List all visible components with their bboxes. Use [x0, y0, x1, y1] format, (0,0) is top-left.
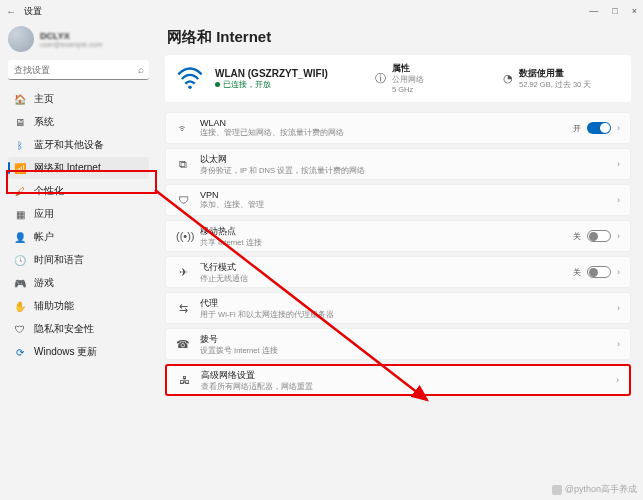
row-icon: ⧉ [176, 158, 190, 171]
user-name: DCLYX [40, 31, 102, 41]
row-title: 高级网络设置 [201, 369, 616, 382]
nav-label: 网络和 Internet [34, 161, 101, 175]
minimize-button[interactable]: — [589, 6, 598, 16]
nav-icon: ⟳ [14, 347, 26, 358]
chevron-right-icon: › [617, 195, 620, 205]
chevron-right-icon: › [617, 159, 620, 169]
wifi-large-icon [175, 64, 205, 94]
properties-sub: 公用网络 5 GHz [392, 75, 424, 94]
toggle-switch[interactable] [587, 122, 611, 134]
sidebar-item-11[interactable]: ⟳Windows 更新 [8, 341, 149, 363]
nav-list: 🏠主页🖥系统ᛒ蓝牙和其他设备📶网络和 Internet🖌个性化▦应用👤帐户🕓时间… [8, 88, 149, 363]
nav-icon: 👤 [14, 232, 26, 243]
row-title: WLAN [200, 118, 573, 128]
chevron-right-icon: › [617, 339, 620, 349]
maximize-button[interactable]: □ [612, 6, 617, 16]
properties-title: 属性 [392, 63, 424, 75]
nav-label: 游戏 [34, 276, 54, 290]
toggle-label: 关 [573, 267, 581, 278]
sidebar-item-6[interactable]: 👤帐户 [8, 226, 149, 248]
row-icon: ᯤ [176, 122, 190, 134]
back-button[interactable]: ← [6, 6, 16, 17]
nav-icon: 🛡 [14, 324, 26, 335]
sidebar-item-2[interactable]: ᛒ蓝牙和其他设备 [8, 134, 149, 156]
setting-row-1[interactable]: ⧉以太网身份验证，IP 和 DNS 设置，按流量计费的网络› [165, 148, 631, 180]
row-icon: ✈ [176, 266, 190, 279]
nav-label: 应用 [34, 207, 54, 221]
nav-label: 主页 [34, 92, 54, 106]
setting-row-5[interactable]: ⇆代理用于 Wi-Fi 和以太网连接的代理服务器› [165, 292, 631, 324]
nav-icon: 🖌 [14, 186, 26, 197]
row-icon: 🖧 [177, 374, 191, 386]
sidebar-item-0[interactable]: 🏠主页 [8, 88, 149, 110]
ssid-label: WLAN (GSZRZYT_WIFI) [215, 68, 365, 79]
nav-label: 时间和语言 [34, 253, 84, 267]
row-icon: ⇆ [176, 302, 190, 315]
row-icon: ((•)) [176, 230, 190, 242]
connection-status: 已连接，开放 [215, 79, 365, 90]
sidebar-item-5[interactable]: ▦应用 [8, 203, 149, 225]
row-desc: 身份验证，IP 和 DNS 设置，按流量计费的网络 [200, 166, 617, 176]
chevron-right-icon: › [617, 123, 620, 133]
search-icon: ⌕ [138, 64, 144, 75]
close-button[interactable]: × [632, 6, 637, 16]
row-icon: ☎ [176, 338, 190, 351]
row-title: 代理 [200, 297, 617, 310]
chevron-right-icon: › [617, 303, 620, 313]
row-desc: 用于 Wi-Fi 和以太网连接的代理服务器 [200, 310, 617, 320]
nav-icon: 📶 [14, 163, 26, 174]
row-title: 移动热点 [200, 225, 573, 238]
nav-icon: ✋ [14, 301, 26, 312]
chevron-right-icon: › [616, 375, 619, 385]
chart-icon: ◔ [503, 72, 513, 85]
toggle-switch[interactable] [587, 230, 611, 242]
data-usage-block[interactable]: ◔ 数据使用量 52.92 GB, 过去 30 天 [503, 68, 621, 90]
setting-row-7[interactable]: 🖧高级网络设置查看所有网络适配器，网络重置› [165, 364, 631, 396]
usage-title: 数据使用量 [519, 68, 591, 80]
sidebar-item-9[interactable]: ✋辅助功能 [8, 295, 149, 317]
sidebar-item-1[interactable]: 🖥系统 [8, 111, 149, 133]
chevron-right-icon: › [617, 267, 620, 277]
main-content: 网络和 Internet WLAN (GSZRZYT_WIFI) 已连接，开放 … [155, 22, 643, 500]
nav-icon: ᛒ [14, 140, 26, 151]
row-title: 飞行模式 [200, 261, 573, 274]
properties-block[interactable]: ⓘ 属性 公用网络 5 GHz [375, 63, 493, 94]
row-title: 以太网 [200, 153, 617, 166]
nav-icon: 🎮 [14, 278, 26, 289]
row-title: VPN [200, 190, 617, 200]
sidebar-item-10[interactable]: 🛡隐私和安全性 [8, 318, 149, 340]
nav-label: Windows 更新 [34, 345, 97, 359]
setting-row-2[interactable]: 🛡VPN添加、连接、管理› [165, 184, 631, 216]
network-status-card[interactable]: WLAN (GSZRZYT_WIFI) 已连接，开放 ⓘ 属性 公用网络 5 G… [165, 55, 631, 102]
settings-list: ᯤWLAN连接、管理已知网络、按流量计费的网络开›⧉以太网身份验证，IP 和 D… [165, 112, 631, 396]
page-title: 网络和 Internet [167, 28, 631, 47]
sidebar: DCLYX user@example.com ⌕ 🏠主页🖥系统ᛒ蓝牙和其他设备📶… [0, 22, 155, 500]
info-icon: ⓘ [375, 71, 386, 86]
row-desc: 停止无线通信 [200, 274, 573, 284]
user-block[interactable]: DCLYX user@example.com [8, 26, 149, 52]
setting-row-6[interactable]: ☎拨号设置拨号 Internet 连接› [165, 328, 631, 360]
nav-label: 个性化 [34, 184, 64, 198]
toggle-switch[interactable] [587, 266, 611, 278]
nav-icon: 🖥 [14, 117, 26, 128]
sidebar-item-8[interactable]: 🎮游戏 [8, 272, 149, 294]
search-box[interactable]: ⌕ [8, 60, 149, 80]
row-title: 拨号 [200, 333, 617, 346]
sidebar-item-7[interactable]: 🕓时间和语言 [8, 249, 149, 271]
toggle-label: 关 [573, 231, 581, 242]
svg-point-0 [188, 85, 192, 89]
setting-row-3[interactable]: ((•))移动热点共享 Internet 连接关› [165, 220, 631, 252]
sidebar-item-4[interactable]: 🖌个性化 [8, 180, 149, 202]
watermark: @python高手养成 [552, 483, 637, 496]
avatar [8, 26, 34, 52]
nav-icon: 🕓 [14, 255, 26, 266]
user-email: user@example.com [40, 41, 102, 48]
titlebar: ← 设置 — □ × [0, 0, 643, 22]
row-desc: 设置拨号 Internet 连接 [200, 346, 617, 356]
nav-label: 蓝牙和其他设备 [34, 138, 104, 152]
search-input[interactable] [8, 60, 149, 80]
sidebar-item-3[interactable]: 📶网络和 Internet [8, 157, 149, 179]
setting-row-4[interactable]: ✈飞行模式停止无线通信关› [165, 256, 631, 288]
setting-row-0[interactable]: ᯤWLAN连接、管理已知网络、按流量计费的网络开› [165, 112, 631, 144]
nav-label: 系统 [34, 115, 54, 129]
